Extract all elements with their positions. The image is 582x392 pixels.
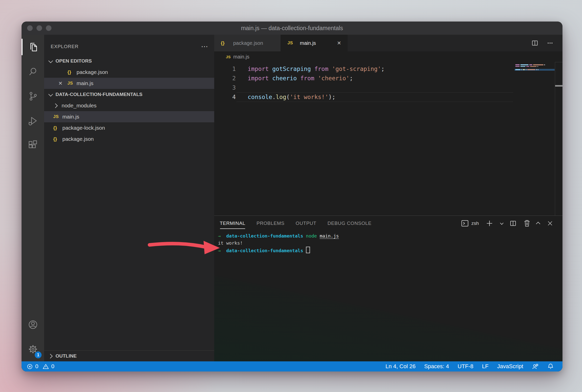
section-folder[interactable]: DATA-COLLECTION-FUNDAMENTALS: [44, 89, 214, 100]
activity-settings[interactable]: 1: [22, 337, 44, 361]
split-editor-icon[interactable]: [531, 39, 539, 47]
line-number: 4: [214, 92, 236, 102]
maximize-panel-icon[interactable]: [536, 222, 540, 226]
open-editors-list: {}package.json✕JSmain.js: [44, 67, 214, 89]
file-tree: node_modulesJSmain.js{}package-lock.json…: [44, 100, 214, 145]
activity-bar: 1: [22, 35, 44, 361]
explorer-sidebar: EXPLORER ⋯ OPEN EDITORS {}package.json✕J…: [44, 35, 214, 361]
status-item[interactable]: JavaScript: [497, 363, 523, 370]
more-actions-icon[interactable]: ⋯: [201, 44, 208, 49]
problems-status[interactable]: 0 0: [27, 363, 54, 370]
panel-tab-output[interactable]: OUTPUT: [296, 216, 316, 231]
editor-actions: [531, 35, 562, 51]
terminal-dropdown-icon[interactable]: [500, 221, 503, 225]
close-icon[interactable]: ✕: [337, 40, 341, 46]
notifications-bell-icon[interactable]: [547, 363, 554, 370]
js-icon: JS: [53, 114, 59, 119]
tree-item[interactable]: {}package.json: [44, 133, 214, 145]
tree-item[interactable]: {}package-lock.json: [44, 122, 214, 133]
status-item[interactable]: Spaces: 4: [424, 363, 449, 370]
js-icon: JS: [287, 41, 293, 46]
section-open-editors[interactable]: OPEN EDITORS: [44, 55, 214, 67]
panel-tab-problems[interactable]: PROBLEMS: [257, 216, 284, 231]
status-item[interactable]: Ln 4, Col 26: [386, 363, 416, 370]
activity-source-control[interactable]: [22, 84, 44, 108]
code-editor[interactable]: 1import gotScraping from 'got-scraping';…: [214, 62, 562, 215]
js-icon: JS: [226, 55, 231, 59]
sidebar-header: EXPLORER ⋯: [44, 35, 214, 55]
warnings-count: 0: [51, 363, 54, 370]
extensions-icon: [27, 140, 39, 151]
activity-run-debug[interactable]: [22, 108, 44, 133]
open-editor-item[interactable]: {}package.json: [44, 67, 214, 78]
terminal-icon: [461, 220, 469, 227]
panel-header: TERMINALPROBLEMSOUTPUTDEBUG CONSOLE zsh: [214, 216, 562, 231]
status-items: Ln 4, Col 26Spaces: 4UTF-8LFJavaScript: [386, 363, 523, 370]
json-icon: {}: [53, 125, 57, 131]
zoom-window-button[interactable]: [46, 25, 51, 31]
line-number: 2: [214, 74, 236, 83]
panel-tabs: TERMINALPROBLEMSOUTPUTDEBUG CONSOLE: [220, 216, 372, 231]
activity-explorer[interactable]: [22, 35, 44, 59]
errors-count: 0: [35, 363, 38, 370]
breadcrumb[interactable]: JS main.js: [214, 51, 562, 62]
settings-badge: 1: [35, 351, 42, 358]
status-item[interactable]: UTF-8: [458, 363, 473, 370]
new-terminal-icon[interactable]: [485, 219, 494, 227]
tab-package.json[interactable]: {}package.json: [214, 35, 281, 51]
sidebar-title: EXPLORER: [51, 44, 79, 49]
account-icon: [27, 319, 39, 330]
minimize-window-button[interactable]: [37, 25, 42, 31]
more-actions-icon[interactable]: [546, 39, 554, 47]
shell-label: zsh: [471, 221, 479, 226]
json-icon: {}: [221, 40, 225, 46]
breadcrumb-item[interactable]: main.js: [233, 54, 249, 60]
window-controls: [27, 22, 51, 35]
activity-search[interactable]: [22, 59, 44, 84]
kill-terminal-icon[interactable]: [523, 220, 531, 227]
chevron-down-icon: [48, 58, 53, 63]
section-outline[interactable]: OUTLINE: [44, 350, 214, 361]
titlebar[interactable]: main.js — data-collection-fundamentals: [22, 22, 562, 35]
chevron-down-icon: [48, 92, 53, 96]
tab-bar: {}package.jsonJSmain.js✕: [214, 35, 562, 51]
split-terminal-icon[interactable]: [509, 220, 517, 227]
open-editors-label: OPEN EDITORS: [56, 58, 92, 64]
line-number: 3: [214, 83, 236, 92]
close-editor-icon[interactable]: ✕: [58, 80, 67, 86]
errors-icon: [27, 363, 33, 370]
code-line[interactable]: 3: [214, 83, 562, 92]
code-line[interactable]: 2import cheerio from 'cheerio';: [214, 74, 562, 83]
source-control-icon: [27, 90, 39, 102]
minimap[interactable]: [515, 64, 555, 71]
status-bar: 0 0 Ln 4, Col 26Spaces: 4UTF-8LFJavaScri…: [22, 361, 562, 371]
code-line[interactable]: 4console.log('it works!');: [214, 92, 562, 102]
status-right: Ln 4, Col 26Spaces: 4UTF-8LFJavaScript: [386, 363, 554, 370]
js-icon: JS: [67, 81, 73, 86]
activity-accounts[interactable]: [22, 312, 44, 337]
status-item[interactable]: LF: [482, 363, 489, 370]
panel-tab-debug-console[interactable]: DEBUG CONSOLE: [328, 216, 372, 231]
tab-main.js[interactable]: JSmain.js✕: [281, 35, 348, 51]
panel-tab-terminal[interactable]: TERMINAL: [220, 216, 245, 231]
shell-selector[interactable]: zsh: [461, 220, 479, 227]
terminal-cursor: [306, 247, 310, 253]
scrollbar[interactable]: [555, 62, 562, 215]
activity-extensions[interactable]: [22, 133, 44, 158]
terminal-actions: zsh: [461, 219, 553, 227]
code-line[interactable]: 1import gotScraping from 'got-scraping';: [214, 64, 562, 74]
open-editor-item[interactable]: ✕JSmain.js: [44, 78, 214, 89]
vscode-window: main.js — data-collection-fundamentals: [22, 22, 562, 371]
files-icon: [27, 41, 39, 53]
terminal-content[interactable]: → data-collection-fundamentals node main…: [214, 231, 562, 254]
close-window-button[interactable]: [27, 25, 33, 31]
tree-item[interactable]: node_modules: [44, 100, 214, 111]
close-panel-icon[interactable]: [547, 220, 553, 227]
tree-item[interactable]: JSmain.js: [44, 111, 214, 122]
feedback-icon[interactable]: [532, 363, 539, 370]
search-icon: [27, 66, 39, 77]
scrollbar-marker: [555, 85, 562, 87]
json-icon: {}: [67, 69, 71, 75]
window-title: main.js — data-collection-fundamentals: [22, 25, 562, 32]
json-icon: {}: [53, 136, 57, 142]
